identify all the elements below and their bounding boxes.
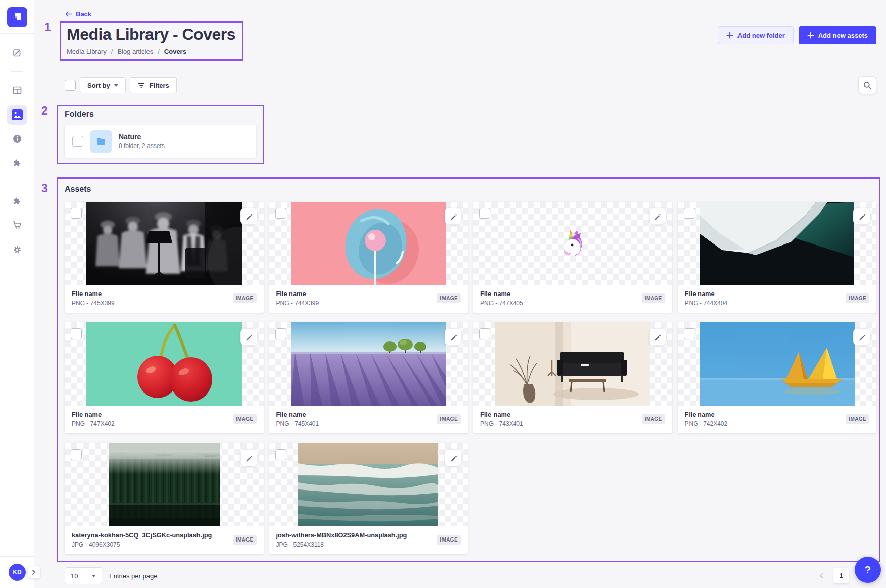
sidebar-item-plugins[interactable] [7,153,27,173]
sidebar-item-media-library[interactable] [7,105,27,125]
feather-pen-icon [12,47,22,58]
sort-by-button[interactable]: Sort by [80,77,126,93]
page-1-button[interactable]: 1 [833,568,849,583]
gear-icon [12,244,22,255]
add-new-folder-button[interactable]: Add new folder [718,26,794,44]
sofa-interior-thumbnail [495,322,650,406]
asset-checkbox[interactable] [479,208,490,219]
lollipop-thumbnail [291,202,446,285]
filters-button[interactable]: Filters [130,77,177,93]
asset-thumbnail[interactable] [65,322,264,406]
sidebar-item-content-type-builder[interactable] [7,80,27,101]
annotation-number-2: 2 [41,104,48,118]
folder-card[interactable]: Nature 0 folder, 2 assets [65,125,256,158]
sidebar: KD [0,0,34,588]
asset-type-badge: IMAGE [233,535,257,545]
add-new-folder-label: Add new folder [737,32,785,39]
asset-card: File name PNG - 744X404 IMAGE [678,202,877,313]
sidebar-expand-button[interactable] [27,566,40,579]
asset-meta: PNG - 742X402 [685,420,728,427]
asset-meta: JPG - 4096X3075 [72,541,212,548]
folder-meta: 0 folder, 2 assets [119,142,165,150]
search-button[interactable] [858,76,876,94]
breadcrumb-separator: / [158,47,160,55]
asset-name: File name [276,290,319,298]
asset-card: File name PNG - 745X401 IMAGE [269,322,468,433]
asset-checkbox[interactable] [275,208,286,219]
asset-type-badge: IMAGE [846,293,869,303]
asset-checkbox[interactable] [684,208,695,219]
asset-thumbnail[interactable] [678,322,877,406]
search-icon [863,81,872,90]
sidebar-item-settings[interactable] [7,239,27,260]
media-library-icon [12,109,23,120]
asset-thumbnail[interactable] [269,322,468,406]
breadcrumb-media-library[interactable]: Media Library [67,47,107,55]
strapi-logo[interactable] [7,7,27,27]
pencil-icon [654,213,661,220]
pencil-icon [450,213,457,220]
asset-name: File name [72,411,115,418]
breadcrumb-current: Covers [164,47,186,55]
asset-thumbnail[interactable] [678,202,877,285]
edit-asset-button[interactable] [649,208,666,225]
asset-meta: PNG - 747X405 [480,300,523,307]
breadcrumb-blog-articles[interactable]: Blog articles [117,47,153,55]
edit-asset-button[interactable] [240,208,258,225]
assets-grid: File name PNG - 745X399 IMAGE File name [65,202,876,554]
asset-thumbnail[interactable] [65,443,264,526]
help-button[interactable]: ? [855,557,881,583]
select-all-checkbox[interactable] [65,80,76,91]
edit-asset-button[interactable] [445,449,462,466]
annotation-number-3: 3 [41,182,48,195]
edit-asset-button[interactable] [240,328,258,346]
asset-type-badge: IMAGE [233,293,257,303]
puzzle-icon [12,196,22,206]
page-title: Media Library - Covers [67,25,235,44]
asset-checkbox[interactable] [684,328,695,339]
sidebar-item-content-manager[interactable] [7,42,27,63]
entries-per-page-label: Entries per page [109,572,157,580]
edit-asset-button[interactable] [853,208,870,225]
asset-name: File name [72,290,115,298]
sort-by-label: Sort by [87,82,110,89]
pencil-icon [858,213,866,220]
asset-thumbnail[interactable] [269,443,468,526]
pagination: 10 Entries per page 1 2 [65,567,876,584]
edit-asset-button[interactable] [240,449,258,466]
asset-card: File name PNG - 742X402 IMAGE [678,322,877,433]
asset-checkbox[interactable] [479,328,490,339]
asset-checkbox[interactable] [71,328,82,339]
add-new-assets-button[interactable]: Add new assets [799,26,876,44]
entries-per-page-select[interactable]: 10 [65,567,102,584]
folder-checkbox[interactable] [72,136,83,147]
asset-checkbox[interactable] [71,449,82,460]
asset-type-badge: IMAGE [642,414,665,424]
edit-asset-button[interactable] [445,328,462,346]
sidebar-item-documentation[interactable] [7,129,27,149]
folder-name[interactable]: Nature [119,133,165,141]
asset-checkbox[interactable] [275,328,286,339]
arrow-left-icon [65,11,72,17]
edit-asset-button[interactable] [445,208,462,225]
asset-name: kateryna-kokhan-5CQ_3CjSGKc-unsplash.jpg [72,531,212,539]
asset-thumbnail[interactable] [269,202,468,285]
sidebar-item-marketplace[interactable] [7,191,27,211]
asset-thumbnail[interactable] [473,322,672,406]
plus-icon [807,32,814,39]
chevron-right-icon [31,569,37,575]
asset-checkbox[interactable] [275,449,286,460]
iceberg-thumbnail [700,202,854,285]
sidebar-item-purchase[interactable] [7,215,27,235]
back-link[interactable]: Back [65,10,91,18]
asset-checkbox[interactable] [71,208,82,219]
avatar[interactable]: KD [9,564,26,581]
edit-asset-button[interactable] [649,328,666,346]
previous-page-button[interactable] [818,573,824,579]
asset-thumbnail[interactable] [65,202,264,285]
asset-thumbnail[interactable] [473,202,672,285]
asset-name: josh-withers-MBNx8O2S9AM-unsplash.jpg [276,531,407,539]
entries-per-page-value: 10 [71,572,78,580]
edit-asset-button[interactable] [853,328,870,346]
pencil-icon [245,333,253,341]
